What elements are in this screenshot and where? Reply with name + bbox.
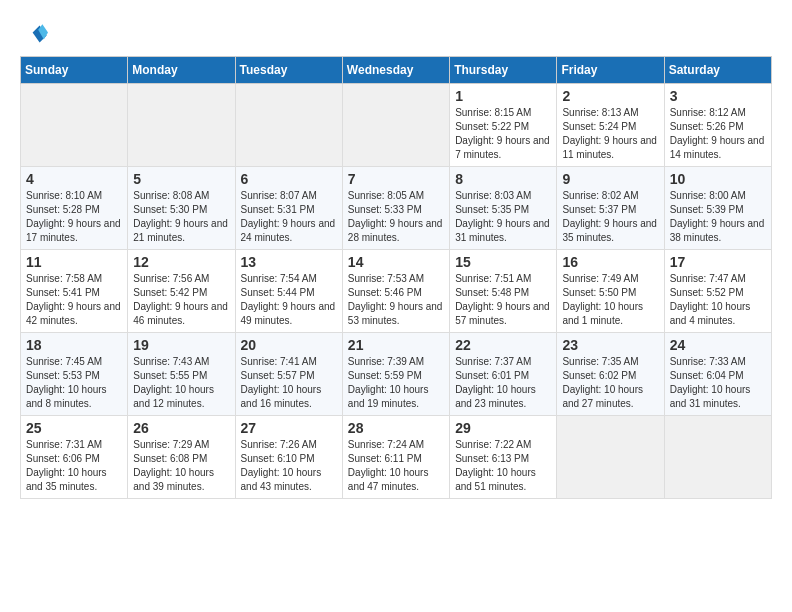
calendar-cell: 2Sunrise: 8:13 AMSunset: 5:24 PMDaylight… [557,84,664,167]
column-header-saturday: Saturday [664,57,771,84]
day-number: 18 [26,337,122,353]
calendar-cell [128,84,235,167]
day-number: 15 [455,254,551,270]
day-info: Sunrise: 8:08 AMSunset: 5:30 PMDaylight:… [133,189,229,245]
day-number: 3 [670,88,766,104]
day-info: Sunrise: 8:10 AMSunset: 5:28 PMDaylight:… [26,189,122,245]
column-header-monday: Monday [128,57,235,84]
day-number: 12 [133,254,229,270]
day-info: Sunrise: 7:54 AMSunset: 5:44 PMDaylight:… [241,272,337,328]
logo [20,20,52,48]
calendar-week-5: 25Sunrise: 7:31 AMSunset: 6:06 PMDayligh… [21,416,772,499]
calendar-cell: 27Sunrise: 7:26 AMSunset: 6:10 PMDayligh… [235,416,342,499]
day-info: Sunrise: 8:07 AMSunset: 5:31 PMDaylight:… [241,189,337,245]
calendar-cell: 3Sunrise: 8:12 AMSunset: 5:26 PMDaylight… [664,84,771,167]
day-number: 4 [26,171,122,187]
generalblue-logo-icon [20,20,48,48]
column-header-sunday: Sunday [21,57,128,84]
day-number: 14 [348,254,444,270]
day-number: 16 [562,254,658,270]
day-number: 24 [670,337,766,353]
calendar-cell: 6Sunrise: 8:07 AMSunset: 5:31 PMDaylight… [235,167,342,250]
calendar-cell: 18Sunrise: 7:45 AMSunset: 5:53 PMDayligh… [21,333,128,416]
calendar-cell: 26Sunrise: 7:29 AMSunset: 6:08 PMDayligh… [128,416,235,499]
calendar-cell: 12Sunrise: 7:56 AMSunset: 5:42 PMDayligh… [128,250,235,333]
calendar-cell [664,416,771,499]
calendar-cell: 8Sunrise: 8:03 AMSunset: 5:35 PMDaylight… [450,167,557,250]
day-info: Sunrise: 8:05 AMSunset: 5:33 PMDaylight:… [348,189,444,245]
day-info: Sunrise: 7:56 AMSunset: 5:42 PMDaylight:… [133,272,229,328]
day-number: 6 [241,171,337,187]
calendar-cell: 4Sunrise: 8:10 AMSunset: 5:28 PMDaylight… [21,167,128,250]
day-number: 13 [241,254,337,270]
day-info: Sunrise: 7:35 AMSunset: 6:02 PMDaylight:… [562,355,658,411]
calendar-cell: 28Sunrise: 7:24 AMSunset: 6:11 PMDayligh… [342,416,449,499]
column-header-thursday: Thursday [450,57,557,84]
day-number: 27 [241,420,337,436]
day-number: 29 [455,420,551,436]
day-number: 19 [133,337,229,353]
day-info: Sunrise: 7:51 AMSunset: 5:48 PMDaylight:… [455,272,551,328]
page-header [20,16,772,48]
day-info: Sunrise: 7:33 AMSunset: 6:04 PMDaylight:… [670,355,766,411]
calendar-cell: 9Sunrise: 8:02 AMSunset: 5:37 PMDaylight… [557,167,664,250]
column-header-tuesday: Tuesday [235,57,342,84]
calendar-cell: 17Sunrise: 7:47 AMSunset: 5:52 PMDayligh… [664,250,771,333]
calendar-cell: 20Sunrise: 7:41 AMSunset: 5:57 PMDayligh… [235,333,342,416]
day-info: Sunrise: 7:49 AMSunset: 5:50 PMDaylight:… [562,272,658,328]
day-number: 17 [670,254,766,270]
calendar-cell: 13Sunrise: 7:54 AMSunset: 5:44 PMDayligh… [235,250,342,333]
day-number: 28 [348,420,444,436]
day-number: 9 [562,171,658,187]
day-number: 2 [562,88,658,104]
calendar-week-4: 18Sunrise: 7:45 AMSunset: 5:53 PMDayligh… [21,333,772,416]
calendar-cell [557,416,664,499]
calendar-cell: 21Sunrise: 7:39 AMSunset: 5:59 PMDayligh… [342,333,449,416]
day-number: 11 [26,254,122,270]
calendar-cell: 16Sunrise: 7:49 AMSunset: 5:50 PMDayligh… [557,250,664,333]
calendar-week-1: 1Sunrise: 8:15 AMSunset: 5:22 PMDaylight… [21,84,772,167]
calendar-cell [342,84,449,167]
calendar-cell: 25Sunrise: 7:31 AMSunset: 6:06 PMDayligh… [21,416,128,499]
column-header-wednesday: Wednesday [342,57,449,84]
day-info: Sunrise: 7:26 AMSunset: 6:10 PMDaylight:… [241,438,337,494]
day-info: Sunrise: 8:03 AMSunset: 5:35 PMDaylight:… [455,189,551,245]
day-info: Sunrise: 7:53 AMSunset: 5:46 PMDaylight:… [348,272,444,328]
calendar-header-row: SundayMondayTuesdayWednesdayThursdayFrid… [21,57,772,84]
day-number: 1 [455,88,551,104]
calendar-cell: 15Sunrise: 7:51 AMSunset: 5:48 PMDayligh… [450,250,557,333]
day-info: Sunrise: 8:02 AMSunset: 5:37 PMDaylight:… [562,189,658,245]
day-number: 5 [133,171,229,187]
day-number: 10 [670,171,766,187]
day-number: 25 [26,420,122,436]
column-header-friday: Friday [557,57,664,84]
day-number: 8 [455,171,551,187]
day-number: 7 [348,171,444,187]
calendar-cell: 11Sunrise: 7:58 AMSunset: 5:41 PMDayligh… [21,250,128,333]
day-number: 21 [348,337,444,353]
calendar-cell: 7Sunrise: 8:05 AMSunset: 5:33 PMDaylight… [342,167,449,250]
calendar-cell: 5Sunrise: 8:08 AMSunset: 5:30 PMDaylight… [128,167,235,250]
day-info: Sunrise: 7:39 AMSunset: 5:59 PMDaylight:… [348,355,444,411]
day-info: Sunrise: 8:13 AMSunset: 5:24 PMDaylight:… [562,106,658,162]
calendar-cell: 1Sunrise: 8:15 AMSunset: 5:22 PMDaylight… [450,84,557,167]
day-info: Sunrise: 7:45 AMSunset: 5:53 PMDaylight:… [26,355,122,411]
day-info: Sunrise: 7:37 AMSunset: 6:01 PMDaylight:… [455,355,551,411]
calendar-cell [21,84,128,167]
day-number: 20 [241,337,337,353]
day-info: Sunrise: 7:29 AMSunset: 6:08 PMDaylight:… [133,438,229,494]
calendar-cell: 10Sunrise: 8:00 AMSunset: 5:39 PMDayligh… [664,167,771,250]
calendar-cell: 22Sunrise: 7:37 AMSunset: 6:01 PMDayligh… [450,333,557,416]
day-info: Sunrise: 7:31 AMSunset: 6:06 PMDaylight:… [26,438,122,494]
day-info: Sunrise: 8:15 AMSunset: 5:22 PMDaylight:… [455,106,551,162]
calendar-cell: 19Sunrise: 7:43 AMSunset: 5:55 PMDayligh… [128,333,235,416]
calendar-table: SundayMondayTuesdayWednesdayThursdayFrid… [20,56,772,499]
calendar-cell [235,84,342,167]
day-info: Sunrise: 7:22 AMSunset: 6:13 PMDaylight:… [455,438,551,494]
calendar-cell: 24Sunrise: 7:33 AMSunset: 6:04 PMDayligh… [664,333,771,416]
calendar-week-3: 11Sunrise: 7:58 AMSunset: 5:41 PMDayligh… [21,250,772,333]
calendar-cell: 23Sunrise: 7:35 AMSunset: 6:02 PMDayligh… [557,333,664,416]
day-info: Sunrise: 7:41 AMSunset: 5:57 PMDaylight:… [241,355,337,411]
calendar-week-2: 4Sunrise: 8:10 AMSunset: 5:28 PMDaylight… [21,167,772,250]
day-number: 26 [133,420,229,436]
